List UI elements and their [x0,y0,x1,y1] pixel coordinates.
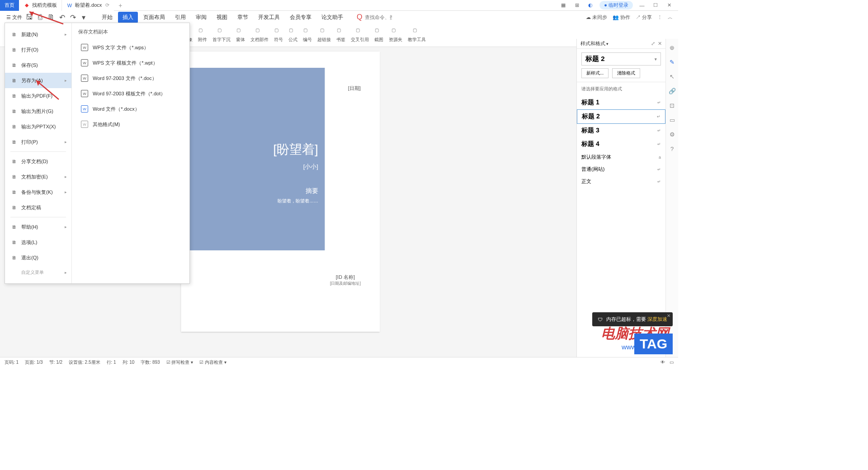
file-menu-item-11[interactable]: 🗎备份与恢复(K)▸ [5,184,71,200]
brush-icon[interactable]: ✎ [668,58,676,66]
status-section[interactable]: 节: 1/2 [49,359,62,366]
status-col[interactable]: 列: 10 [123,359,135,366]
status-pageno[interactable]: 页码: 1 [5,359,19,366]
status-contentcheck[interactable]: ☑ 内容检查 ▾ [199,359,226,366]
link-icon[interactable]: 🔗 [668,87,676,95]
file-menu-item-14[interactable]: 🗎帮助(H)▸ [5,219,71,235]
file-menu-item-4[interactable]: 🗎输出为PDF(F) [5,88,71,103]
file-menu-item-1[interactable]: 🗎打开(O) [5,42,71,57]
ribbon-item-21[interactable]: ▢截图 [372,28,386,43]
menu-tab-1[interactable]: 插入 [118,12,138,23]
status-line[interactable]: 行: 1 [107,359,116,366]
status-words[interactable]: 字数: 893 [141,359,160,366]
print-icon[interactable]: ⎙ [36,13,45,22]
file-menu-item-16[interactable]: 🗎退出(Q) [5,250,71,265]
menu-tab-5[interactable]: 视图 [212,12,232,23]
pin-icon[interactable]: ⤢ [651,41,655,47]
save-format-4[interactable]: WWord 文件（*.docx） [78,101,183,117]
save-format-5[interactable]: W其他格式(M) [78,117,183,132]
dropdown-icon[interactable]: ▾ [606,42,609,46]
login-button[interactable]: ● 临时登录 [599,1,633,9]
settings-icon[interactable]: ⚙ [668,130,676,138]
ribbon-item-23[interactable]: ▢教学工具 [405,28,429,43]
select-icon[interactable]: ↖ [668,72,676,80]
style-item-2[interactable]: 标题 3↵ [577,124,665,137]
ribbon-item-15[interactable]: ▢符号 [271,28,286,43]
help-icon[interactable]: ? [668,145,676,153]
menu-tab-8[interactable]: 会员专享 [285,12,316,23]
close-panel-icon[interactable]: ✕ [658,41,662,47]
ribbon-item-11[interactable]: ▢附件 [195,28,210,43]
file-menu-item-2[interactable]: 🗎保存(S) [5,57,71,73]
ribbon-item-16[interactable]: ▢公式 [286,28,300,43]
ribbon-item-18[interactable]: ▢超链接 [315,28,334,43]
menu-tab-9[interactable]: 论文助手 [317,12,348,23]
file-menu-item-10[interactable]: 🗎文档加密(E)▸ [5,169,71,184]
tab-templates[interactable]: ◆ 找稻壳模板 [19,0,62,11]
file-menu-item-12[interactable]: 🗎文档定稿 [5,200,71,215]
add-tab-button[interactable]: + [114,2,127,9]
sync-button[interactable]: ☁ 未同步 [586,14,607,21]
menu-tab-6[interactable]: 章节 [233,12,253,23]
current-style-select[interactable]: 标题 2▾ [581,52,661,66]
file-menu-customize[interactable]: 自定义菜单▸ [5,265,71,280]
file-menu-item-7[interactable]: 🗎打印(P)▸ [5,134,71,150]
save-format-1[interactable]: WWPS 文字 模板文件（*.wpt） [78,55,183,70]
menu-tab-7[interactable]: 开发工具 [254,12,284,23]
ribbon-item-22[interactable]: ▢资源夹 [386,28,405,43]
save-format-2[interactable]: WWord 97-2003 文件（*.doc） [78,70,183,86]
doc-date-field[interactable]: [日期] [348,85,361,92]
abstract-text[interactable]: 盼望着，盼望着…… [278,198,318,204]
clip-icon[interactable]: ⊡ [668,101,676,109]
tab-document[interactable]: W 盼望着.docx ⟳ [62,0,114,11]
share-button[interactable]: ↗ 分享 [636,14,652,21]
menu-tab-3[interactable]: 引用 [170,12,190,23]
tab-home[interactable]: 首页 [0,0,19,11]
preview-icon[interactable]: 🗎 [47,13,56,22]
ribbon-item-13[interactable]: ▢窗体 [233,28,248,43]
style-item-0[interactable]: 标题 1↵ [577,96,665,109]
note-icon[interactable]: ▭ [668,116,676,124]
file-menu-item-0[interactable]: 🗎新建(N)▸ [5,27,71,42]
coop-button[interactable]: 👥 协作 [613,14,630,21]
style-item-6[interactable]: 正文↵ [577,175,665,188]
search-input[interactable] [365,14,392,20]
dropdown-icon[interactable]: ▾ [79,13,88,22]
status-spellcheck[interactable]: ☑ 拼写检查 ▾ [166,359,193,366]
zoom-icon[interactable]: ⊕ [668,43,676,52]
ribbon-item-19[interactable]: ▢书签 [334,28,348,43]
menu-tab-4[interactable]: 审阅 [191,12,211,23]
apps-icon[interactable]: ⊞ [572,1,581,10]
status-pages[interactable]: 页面: 1/3 [25,359,42,366]
file-menu-item-3[interactable]: 🗎另存为(A)▸ [5,73,71,88]
ribbon-item-20[interactable]: ▢交叉引用 [348,28,372,43]
memory-toast[interactable]: 🛡 内存已超标，需要 深度加速 ✕ [592,312,673,326]
status-position[interactable]: 设置值: 2.5厘米 [69,359,100,366]
style-item-3[interactable]: 标题 4↵ [577,137,665,151]
document-page[interactable]: [日期] [盼望着] [小小] 摘要 盼望着，盼望着…… [ID 名称] [日期… [181,52,380,332]
save-format-3[interactable]: WWord 97-2003 模板文件（*.dot） [78,86,183,101]
doc-title[interactable]: [盼望着] [273,141,318,158]
redo-icon[interactable]: ↷ [68,13,77,22]
maximize-button[interactable]: ☐ [651,1,660,10]
save-icon[interactable]: 🖫 [25,13,34,22]
ribbon-item-12[interactable]: ▢首字下沉 [210,28,233,43]
grid-icon[interactable]: ▦ [559,1,568,10]
command-search[interactable]: Q [357,13,392,21]
view-eye-icon[interactable]: 👁 [660,360,665,365]
file-menu-trigger[interactable]: ☰ 文件 [4,13,25,22]
toast-close-icon[interactable]: ✕ [667,313,670,318]
clear-format-button[interactable]: 清除格式 [612,68,640,78]
menu-tab-0[interactable]: 开始 [97,12,117,23]
style-item-1[interactable]: 标题 2↵ [577,109,665,124]
undo-icon[interactable]: ↶ [57,13,66,22]
ribbon-item-14[interactable]: ▢文档部件 [248,28,271,43]
minimize-button[interactable]: — [637,1,646,10]
skin-icon[interactable]: ◐ [586,1,595,10]
ribbon-item-17[interactable]: ▢编号 [300,28,315,43]
file-menu-item-5[interactable]: 🗎输出为图片(G) [5,103,71,119]
doc-id-block[interactable]: [ID 名称] [日期及邮编地址] [330,274,361,287]
new-style-button[interactable]: 新样式... [581,68,609,78]
save-format-0[interactable]: WWPS 文字 文件（*.wps） [78,40,183,55]
close-button[interactable]: ✕ [665,1,674,10]
